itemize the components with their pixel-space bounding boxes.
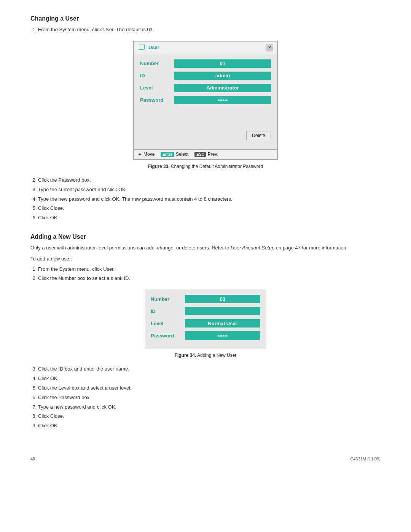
nav-select: Enter Select [161, 152, 188, 157]
dialog1-row-id: ID admin [140, 72, 271, 80]
move-label: Move [143, 152, 155, 157]
step-item: Click the Number box to select a blank I… [38, 275, 381, 283]
section2-steps: From the System menu, click User. Click … [38, 265, 381, 283]
step-item: Click the Password box. [38, 394, 381, 402]
dialog1-value-level[interactable]: Administrator [174, 84, 271, 92]
dialog1-footer: Delete [140, 131, 271, 144]
dialog2-label-password: Password [151, 333, 185, 339]
dialog1-row-password: Password •••••• [140, 96, 271, 104]
dialog1-titlebar: User ✕ [134, 42, 277, 54]
dialog2: Number 03 ID Level Normal User Password … [145, 289, 266, 349]
dialog1-label-id: ID [140, 73, 174, 78]
dialog1-close-btn[interactable]: ✕ [266, 44, 273, 51]
section-adding-user: Adding a New User Only a user with admin… [30, 233, 381, 430]
step-item: Click OK. [38, 422, 381, 430]
step-item: Type the current password and click OK. [38, 186, 381, 194]
dialog1-row-number: Number 01 [140, 59, 271, 68]
dialog1-body: Number 01 ID admin Level Administrator P… [134, 54, 277, 149]
dialog1-navbar: ✦ Move Enter Select ESC Prev. [134, 149, 277, 159]
dialog2-row-id: ID [151, 307, 260, 315]
dialog2-value-number[interactable]: 03 [185, 295, 260, 303]
footer-doc-code: C4631M (11/09) [350, 457, 381, 461]
dialog2-row-password: Password •••••• [151, 331, 260, 340]
dialog2-row-number: Number 03 [151, 295, 260, 303]
section2-intro-cont: on page 47 for more information. [276, 245, 348, 251]
dialog2-value-password[interactable]: •••••• [185, 331, 260, 340]
dialog1-value-id[interactable]: admin [174, 72, 271, 80]
dialog1-row-level: Level Administrator [140, 84, 271, 92]
step-item: Click Close. [38, 412, 381, 420]
dialog1-spacer [140, 108, 271, 131]
enter-key-badge: Enter [161, 152, 174, 157]
step-item: Click the Level box and select a user le… [38, 384, 381, 392]
nav-move: ✦ Move [138, 152, 155, 157]
esc-key-badge: ESC [194, 152, 206, 157]
figure34-wrapper: Number 03 ID Level Normal User Password … [30, 289, 381, 349]
step-item: Type a new password and click OK. [38, 403, 381, 411]
dialog1-label-level: Level [140, 85, 174, 91]
footer: 48 C4631M (11/09) [30, 453, 381, 461]
section1-title: Changing a User [30, 15, 381, 22]
step-item: From the System menu, click User. The de… [38, 26, 381, 34]
section2-intro-text: Only a user with administrator-level per… [30, 245, 229, 251]
figure34-label: Figure 34. [175, 353, 196, 358]
move-icon: ✦ [138, 152, 142, 157]
dialog1-title: User [148, 45, 263, 50]
dialog2-value-id[interactable] [185, 307, 260, 315]
step-item: Click OK. [38, 214, 381, 222]
step-item: Click Close. [38, 204, 381, 212]
section2-intro: Only a user with administrator-level per… [30, 244, 381, 252]
dialog1: User ✕ Number 01 ID admin Level Administ… [133, 41, 278, 160]
section-changing-user: Changing a User From the System menu, cl… [30, 15, 381, 222]
dialog1-value-password[interactable]: •••••• [174, 96, 271, 104]
prev-label: Prev. [208, 152, 218, 157]
delete-button[interactable]: Delete [246, 131, 271, 140]
dialog2-row-level: Level Normal User [151, 319, 260, 328]
step-item: Type the new password and click OK. The … [38, 195, 381, 203]
step-item: Click the Password box. [38, 176, 381, 184]
figure33-wrapper: User ✕ Number 01 ID admin Level Administ… [30, 41, 381, 160]
dialog1-value-number[interactable]: 01 [174, 59, 271, 68]
section2-steps-cont: Click the ID box and enter the user name… [38, 365, 381, 430]
dialog2-value-level[interactable]: Normal User [185, 319, 260, 328]
footer-page-number: 48 [30, 457, 35, 461]
figure34-caption: Figure 34. Adding a New User [30, 352, 381, 359]
step-item: Click OK. [38, 375, 381, 383]
step-item: Click the ID box and enter the user name… [38, 365, 381, 373]
dialog1-label-password: Password [140, 97, 174, 103]
step-item: From the System menu, click User. [38, 265, 381, 273]
figure33-desc: Changing the Default Administrator Passw… [171, 164, 263, 169]
figure33-label: Figure 33. [148, 164, 170, 169]
section1-steps: From the System menu, click User. The de… [38, 26, 381, 34]
select-label: Select [176, 152, 188, 157]
section2-intro-link: User Account Setup [231, 245, 274, 251]
dialog2-label-number: Number [151, 296, 185, 302]
dialog1-label-number: Number [140, 61, 174, 66]
section2-title: Adding a New User [30, 233, 381, 240]
section1-steps-cont: Click the Password box. Type the current… [38, 176, 381, 222]
nav-prev: ESC Prev. [194, 152, 218, 157]
section2-to-add: To add a new user: [30, 255, 381, 263]
figure34-desc: Adding a New User [197, 353, 236, 358]
figure33-caption: Figure 33. Changing the Default Administ… [30, 163, 381, 170]
dialog2-label-id: ID [151, 308, 185, 314]
dialog2-label-level: Level [151, 321, 185, 326]
svg-rect-0 [138, 45, 145, 49]
monitor-icon [138, 45, 145, 51]
